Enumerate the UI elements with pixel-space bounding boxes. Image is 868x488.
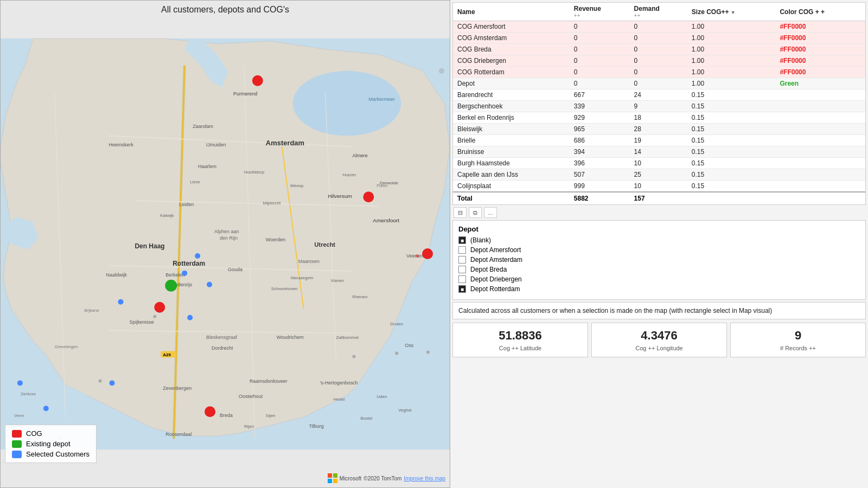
- cell-color: [775, 169, 865, 181]
- putten-label: Putten: [376, 184, 387, 188]
- toolbar-row: ⊟ ⧉ ...: [450, 206, 868, 219]
- improve-map-link[interactable]: Improve this map: [404, 476, 445, 481]
- col-color[interactable]: Color COG + +: [775, 3, 865, 21]
- haarlem-label: Haarlem: [198, 164, 216, 169]
- depot-checkbox[interactable]: [458, 266, 466, 273]
- hertogenbosch-label: 's-Hertogenbosch: [320, 380, 358, 386]
- cell-color: #FF0000: [775, 55, 865, 67]
- ijmuiden-label: IJmuiden: [206, 142, 226, 147]
- table-row[interactable]: Depot 0 0 1.00 Green: [453, 78, 865, 89]
- cell-demand: 10: [630, 181, 687, 192]
- customer-dot-4: [118, 299, 123, 305]
- cog-dot-rotterdam: [154, 302, 165, 313]
- table-total-row: Total 5882 157: [453, 192, 865, 204]
- table-row[interactable]: COG Breda 0 0 1.00 #FF0000: [453, 44, 865, 55]
- almere-label: Almere: [352, 153, 367, 158]
- depot-filter-item[interactable]: Depot Breda: [458, 266, 860, 273]
- col-name[interactable]: Name: [453, 3, 570, 21]
- hilversum-label: Hilversum: [328, 193, 352, 199]
- cell-size: 1.00: [687, 21, 776, 33]
- brjkane-label: Brjkane: [85, 308, 100, 313]
- breda-label: Breda: [220, 413, 233, 418]
- filter-button[interactable]: ⊟: [454, 207, 467, 218]
- customer-dot-5: [187, 315, 193, 320]
- table-row[interactable]: COG Driebergen 0 0 1.00 #FF0000: [453, 55, 865, 67]
- bleskensgraaf-label: Bleskensgraaf: [206, 335, 237, 340]
- col-demand[interactable]: Demand ++: [630, 3, 687, 21]
- depot-checkbox[interactable]: ■: [458, 236, 466, 244]
- col-size[interactable]: Size COG++ ▼: [687, 3, 776, 21]
- depot-checkbox[interactable]: [458, 246, 466, 254]
- depot-checkbox[interactable]: [458, 256, 466, 264]
- cell-name: Bruinisse: [453, 146, 570, 158]
- cell-demand: 9: [630, 101, 687, 112]
- depot-checkbox[interactable]: [458, 275, 466, 283]
- depot-checkbox[interactable]: ■: [458, 285, 466, 293]
- cell-revenue: 686: [570, 135, 630, 146]
- cell-size: 0.15: [687, 146, 776, 158]
- grevelingen-label: Grevelingen: [55, 344, 78, 349]
- depot-filter-title: Depot: [458, 225, 860, 233]
- table-row[interactable]: Brielle 686 19 0.15: [453, 135, 865, 146]
- table-row[interactable]: Bruinisse 394 14 0.15: [453, 146, 865, 158]
- svg-rect-20: [333, 479, 337, 483]
- cell-size: 0.15: [687, 181, 776, 192]
- table-row[interactable]: COG Rotterdam 0 0 1.00 #FF0000: [453, 67, 865, 78]
- legend-customer-color: [12, 451, 22, 458]
- microsoft-logo: [328, 473, 337, 483]
- customer-dot-7: [110, 380, 115, 386]
- cell-demand: 0: [630, 33, 687, 44]
- cell-revenue: 0: [570, 55, 630, 67]
- cell-demand: 0: [630, 55, 687, 67]
- cell-demand: 0: [630, 67, 687, 78]
- legend-cog-label: COG: [26, 429, 42, 438]
- more-button[interactable]: ...: [484, 207, 497, 218]
- cell-revenue: 0: [570, 44, 630, 55]
- microsoft-text: Microsoft: [340, 476, 362, 481]
- cog-dot-amersfoort: [363, 191, 374, 202]
- cell-revenue: 339: [570, 101, 630, 112]
- cog-dot-amsterdam: [252, 75, 263, 86]
- cell-color: [775, 112, 865, 124]
- table-row[interactable]: Bleiswijk 965 28 0.15: [453, 124, 865, 135]
- table-row[interactable]: Colijnsplaat 999 10 0.15: [453, 181, 865, 192]
- depot-filter-item[interactable]: ■ (Blank): [458, 236, 860, 244]
- customer-dot-6: [17, 380, 23, 386]
- col-revenue[interactable]: Revenue ++: [570, 3, 630, 21]
- depot-filter-item[interactable]: Depot Driebergen: [458, 275, 860, 283]
- table-row[interactable]: Burgh Haamstede 396 10 0.15: [453, 158, 865, 169]
- data-table: Name Revenue ++ Demand ++ Size COG++ ▼: [453, 3, 865, 204]
- cell-name: Bleiswijk: [453, 124, 570, 135]
- table-row[interactable]: Berkel en Rodenrijs 929 18 0.15: [453, 112, 865, 124]
- svg-rect-18: [333, 473, 337, 478]
- stat-card-2: 9 # Records ++: [730, 323, 866, 357]
- depot-filter-item[interactable]: Depot Amersfoort: [458, 246, 860, 254]
- misc-dot-8: [439, 68, 444, 74]
- tomtom-text: ©2020 TomTom: [363, 476, 401, 481]
- misc-dot-7: [426, 351, 430, 354]
- copy-button[interactable]: ⧉: [469, 207, 482, 218]
- schoonhoven-label: Schoonhoven: [271, 286, 298, 291]
- total-color: [775, 192, 865, 204]
- cell-name: COG Rotterdam: [453, 67, 570, 78]
- table-row[interactable]: COG Amersfoort 0 0 1.00 #FF0000: [453, 21, 865, 33]
- customer-dot-1: [195, 253, 200, 259]
- a29-label: A29: [163, 352, 171, 357]
- cell-demand: 0: [630, 78, 687, 89]
- zaltbommel-label: Zaltbommel: [336, 335, 359, 340]
- table-row[interactable]: COG Amsterdam 0 0 1.00 #FF0000: [453, 33, 865, 44]
- leiden-label: Leiden: [179, 202, 194, 207]
- table-row[interactable]: Barendrecht 667 24 0.15: [453, 89, 865, 101]
- total-demand: 157: [630, 192, 687, 204]
- legend-cog-color: [12, 430, 22, 438]
- cell-color: [775, 135, 865, 146]
- depot-filter-item[interactable]: ■ Depot Rotterdam: [458, 285, 860, 293]
- map-attribution: Microsoft ©2020 TomTom Improve this map: [328, 473, 445, 483]
- table-row[interactable]: Bergschenhoek 339 9 0.15: [453, 101, 865, 112]
- depot-filter-item[interactable]: Depot Amsterdam: [458, 256, 860, 264]
- cell-color: #FF0000: [775, 67, 865, 78]
- table-row[interactable]: Capelle aan den IJss 507 25 0.15: [453, 169, 865, 181]
- cell-name: COG Amersfoort: [453, 21, 570, 33]
- stat-cards: 51.8836 Cog ++ Latitude 4.3476 Cog ++ Lo…: [452, 323, 866, 357]
- depot-item-label: Depot Rotterdam: [470, 285, 520, 293]
